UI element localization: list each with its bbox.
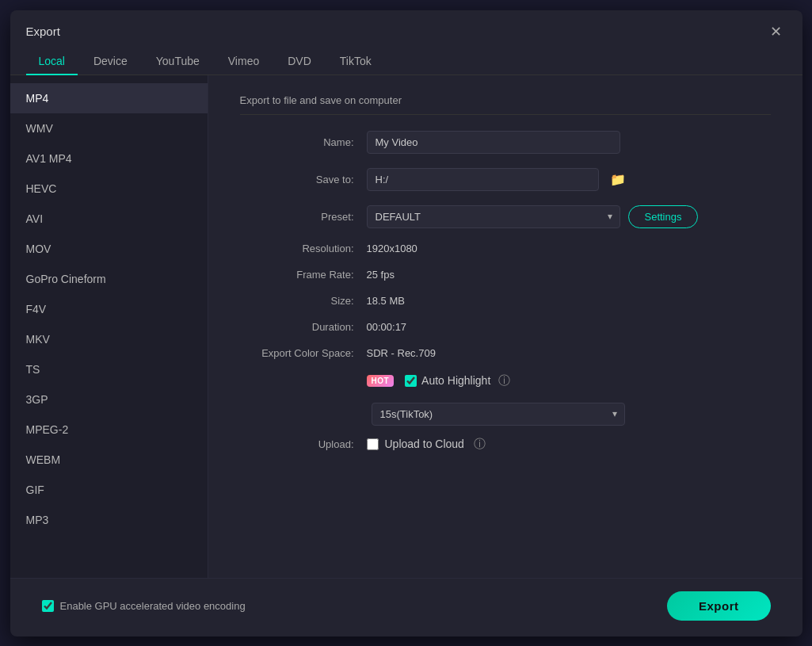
export-button[interactable]: Export	[667, 591, 771, 621]
dialog-title: Export	[26, 25, 60, 38]
name-label: Name:	[240, 136, 367, 148]
name-row: Name:	[240, 131, 771, 154]
content-area: MP4 WMV AV1 MP4 HEVC AVI MOV GoPro Cinef…	[10, 75, 802, 578]
auto-highlight-help-icon[interactable]: ⓘ	[498, 373, 510, 388]
tabs-bar: Local Device YouTube Vimeo DVD TikTok	[10, 42, 802, 75]
preset-select[interactable]: DEFAULT High Quality Medium Quality Low …	[367, 205, 620, 228]
path-row: 📁	[367, 168, 631, 191]
resolution-value: 1920x1080	[367, 243, 417, 254]
tab-dvd[interactable]: DVD	[275, 48, 324, 75]
format-3gp[interactable]: 3GP	[10, 384, 208, 415]
format-mkv[interactable]: MKV	[10, 324, 208, 354]
preset-label: Preset:	[240, 211, 367, 223]
format-av1mp4[interactable]: AV1 MP4	[10, 143, 208, 174]
upload-to-cloud-checkbox[interactable]	[367, 438, 379, 450]
upload-controls: Upload to Cloud ⓘ	[367, 437, 486, 452]
auto-highlight-controls: HOT Auto Highlight ⓘ	[367, 373, 511, 388]
upload-help-icon[interactable]: ⓘ	[474, 437, 486, 452]
size-value: 18.5 MB	[367, 295, 405, 307]
format-avi[interactable]: AVI	[10, 204, 208, 234]
hot-badge: HOT	[367, 375, 395, 387]
format-gif[interactable]: GIF	[10, 475, 208, 505]
gpu-checkbox[interactable]	[42, 600, 54, 612]
close-button[interactable]: ✕	[765, 21, 787, 42]
auto-highlight-checkbox[interactable]	[405, 375, 417, 387]
format-webm[interactable]: WEBM	[10, 445, 208, 475]
tab-device[interactable]: Device	[81, 48, 140, 75]
upload-label: Upload:	[240, 438, 367, 450]
format-sidebar: MP4 WMV AV1 MP4 HEVC AVI MOV GoPro Cinef…	[10, 75, 208, 578]
format-ts[interactable]: TS	[10, 354, 208, 384]
frame-rate-value: 25 fps	[367, 269, 395, 281]
save-to-label: Save to:	[240, 174, 367, 185]
browse-folder-button[interactable]: 📁	[605, 170, 631, 189]
tiktok-duration-select[interactable]: 15s(TikTok) 30s(TikTok) 60s(TikTok)	[372, 403, 625, 426]
color-space-row: Export Color Space: SDR - Rec.709	[240, 347, 771, 359]
auto-highlight-row: HOT Auto Highlight ⓘ	[240, 373, 771, 388]
tab-tiktok[interactable]: TikTok	[327, 48, 384, 75]
gpu-row: Enable GPU accelerated video encoding	[42, 600, 246, 612]
name-input[interactable]	[367, 131, 620, 154]
format-mp4[interactable]: MP4	[10, 83, 208, 113]
color-space-label: Export Color Space:	[240, 347, 367, 359]
settings-button[interactable]: Settings	[628, 205, 699, 228]
save-path-input[interactable]	[367, 168, 599, 191]
format-mov[interactable]: MOV	[10, 234, 208, 264]
format-gopro[interactable]: GoPro Cineform	[10, 264, 208, 294]
tab-local[interactable]: Local	[26, 48, 78, 75]
duration-value: 00:00:17	[367, 321, 407, 333]
preset-row: Preset: DEFAULT High Quality Medium Qual…	[240, 205, 771, 228]
tiktok-select-wrapper: 15s(TikTok) 30s(TikTok) 60s(TikTok)	[372, 403, 625, 426]
format-f4v[interactable]: F4V	[10, 294, 208, 324]
resolution-row: Resolution: 1920x1080	[240, 243, 771, 254]
upload-row: Upload: Upload to Cloud ⓘ	[240, 437, 771, 452]
format-wmv[interactable]: WMV	[10, 113, 208, 143]
gpu-label: Enable GPU accelerated video encoding	[60, 600, 246, 612]
size-row: Size: 18.5 MB	[240, 295, 771, 307]
tiktok-duration-row: 15s(TikTok) 30s(TikTok) 60s(TikTok)	[240, 403, 771, 426]
auto-highlight-label: Auto Highlight	[421, 374, 490, 387]
duration-label: Duration:	[240, 321, 367, 333]
preset-select-wrapper: DEFAULT High Quality Medium Quality Low …	[367, 205, 620, 228]
frame-rate-label: Frame Rate:	[240, 269, 367, 281]
preset-controls: DEFAULT High Quality Medium Quality Low …	[367, 205, 699, 228]
main-panel: Export to file and save on computer Name…	[208, 75, 802, 578]
save-to-row: Save to: 📁	[240, 168, 771, 191]
section-title: Export to file and save on computer	[240, 94, 771, 115]
export-dialog: Export ✕ Local Device YouTube Vimeo DVD …	[10, 10, 802, 636]
resolution-label: Resolution:	[240, 243, 367, 254]
tab-vimeo[interactable]: Vimeo	[215, 48, 272, 75]
dialog-footer: Enable GPU accelerated video encoding Ex…	[10, 578, 802, 636]
size-label: Size:	[240, 295, 367, 307]
duration-row: Duration: 00:00:17	[240, 321, 771, 333]
frame-rate-row: Frame Rate: 25 fps	[240, 269, 771, 281]
upload-to-cloud-label: Upload to Cloud	[385, 438, 464, 450]
color-space-value: SDR - Rec.709	[367, 347, 436, 359]
format-mp3[interactable]: MP3	[10, 505, 208, 535]
format-mpeg2[interactable]: MPEG-2	[10, 415, 208, 445]
format-hevc[interactable]: HEVC	[10, 174, 208, 204]
tab-youtube[interactable]: YouTube	[143, 48, 212, 75]
dialog-header: Export ✕	[10, 10, 802, 42]
